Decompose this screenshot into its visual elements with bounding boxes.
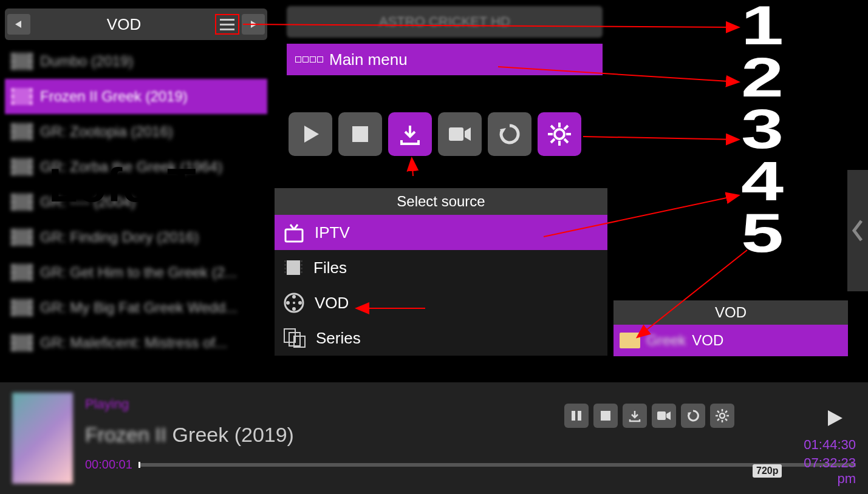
select-source-panel: Select source IPTVFilesVODSeries [275,188,607,356]
svg-rect-45 [572,411,575,421]
vod-list-item[interactable]: Dumbo (2019) [5,44,267,79]
svg-rect-25 [301,264,302,266]
player-controls [564,404,734,428]
prev-category-button[interactable] [7,14,30,35]
svg-line-59 [717,419,719,421]
vod-list-item[interactable]: GR: My Big Fat Greek Wedd... [5,290,267,325]
svg-rect-21 [284,264,286,266]
action-button-row [289,112,581,156]
record-button[interactable] [438,112,482,156]
play-button[interactable] [289,112,332,156]
svg-rect-19 [287,260,300,275]
film-icon [11,123,33,140]
vod-item-label: GR: Maleficent: Mistress of... [40,334,227,351]
vod-panel-title: VOD [613,300,848,325]
svg-rect-24 [301,260,302,262]
refresh-button-small[interactable] [681,404,705,428]
right-drawer-handle[interactable] [847,170,868,291]
svg-marker-5 [465,127,471,141]
progress-bar[interactable] [138,463,856,467]
svg-rect-3 [352,126,368,142]
import-button-small[interactable] [623,404,647,428]
import-button[interactable] [388,112,432,156]
source-label: Series [316,329,361,348]
svg-point-31 [292,307,296,311]
film-icon [11,158,33,175]
player-bar: Playing Frozen II Greek (2019) 00:00:01 … [0,382,868,494]
sidebar-title: VOD [33,15,215,34]
svg-line-41 [412,159,413,176]
svg-rect-48 [657,411,666,420]
tv-icon [283,222,305,243]
vod-list-item[interactable]: GR: Maleficent: Mistress of... [5,325,267,360]
annotation-1: 1 [741,0,784,52]
vod-item-label: GR: Get Him to the Greek (2... [40,264,237,281]
clock-time: 07:32:23 pm [788,455,856,487]
film-icon [283,259,304,276]
watermark-text: LoferTech [49,158,274,213]
playing-status: Playing [85,396,129,412]
quality-badge: 720p [753,464,782,478]
film-icon [11,88,33,105]
source-label: VOD [315,294,349,313]
svg-point-33 [293,302,295,304]
progress-row: 00:00:01 [85,458,856,472]
vod-category-panel: VOD Greek VOD [613,300,848,356]
svg-point-51 [720,413,725,418]
svg-rect-47 [601,411,610,421]
svg-point-30 [298,301,302,305]
film-icon [11,299,33,316]
svg-marker-1 [251,21,257,28]
sidebar-header: VOD [5,8,267,40]
center-top: ASTRO CRICKET HD Main menu [287,6,603,75]
refresh-button[interactable] [488,112,531,156]
annotation-5: 5 [741,208,784,260]
source-item-series[interactable]: Series [275,320,607,356]
svg-line-12 [551,126,555,129]
stop-button[interactable] [338,112,382,156]
play-big-button[interactable] [825,409,844,427]
svg-point-29 [292,295,296,299]
svg-line-40 [583,137,738,140]
reel-icon [283,292,305,314]
source-item-files[interactable]: Files [275,250,607,285]
elapsed-time: 00:00:01 [85,458,132,472]
stop-button-small[interactable] [593,404,618,428]
source-label: IPTV [315,223,350,242]
vod-list-item[interactable]: GR: Finding Dory (2016) [5,220,267,255]
source-item-vod[interactable]: VOD [275,285,607,320]
svg-marker-0 [15,21,21,28]
svg-rect-4 [449,127,463,141]
svg-rect-23 [284,271,286,273]
series-icon [283,328,306,348]
annotation-2: 2 [741,52,784,104]
vod-list-item[interactable]: Frozen II Greek (2019) [5,79,267,114]
vod-item-label: Dumbo (2019) [40,53,133,70]
annotation-numbers: 1 2 3 4 5 [747,0,777,260]
svg-line-13 [564,139,568,143]
source-item-iptv[interactable]: IPTV [275,215,607,250]
hamburger-menu-button[interactable] [215,14,239,35]
settings-button-small[interactable] [710,404,734,428]
vod-item-label: GR: Zootopia (2016) [40,123,173,140]
vod-item-label: Frozen II Greek (2019) [40,88,188,105]
svg-rect-26 [301,268,302,269]
svg-rect-27 [301,271,302,273]
main-menu-label: Main menu [329,50,408,69]
pause-button[interactable] [564,404,589,428]
main-menu-item[interactable]: Main menu [287,44,603,75]
vod-list-item[interactable]: GR: Get Him to the Greek (2... [5,255,267,290]
svg-rect-46 [578,411,581,421]
settings-button[interactable] [538,112,581,156]
folder-icon [620,333,640,348]
record-button-small[interactable] [652,404,676,428]
vod-list-item[interactable]: GR: Zootopia (2016) [5,114,267,149]
svg-line-14 [564,126,568,129]
player-info: Playing Frozen II Greek (2019) 00:00:01 [85,393,856,484]
svg-line-57 [725,419,727,421]
svg-line-58 [725,411,727,413]
film-icon [11,334,33,351]
source-label: Files [313,259,347,277]
vod-category-item[interactable]: Greek VOD [613,325,848,356]
next-category-button[interactable] [242,14,265,35]
